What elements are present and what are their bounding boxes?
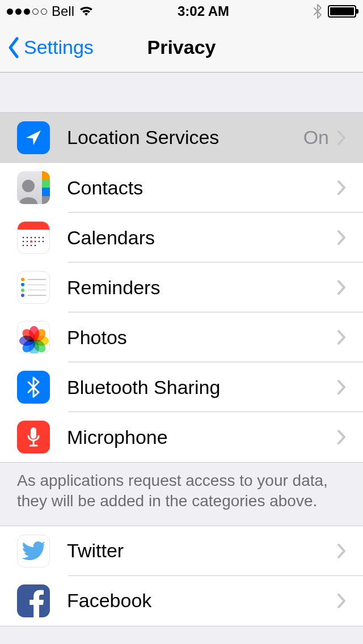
row-label: Contacts [67,177,337,199]
chevron-right-icon [337,230,346,245]
facebook-icon [17,584,50,617]
svg-rect-17 [31,427,36,439]
bluetooth-icon [17,371,50,404]
back-label: Settings [24,36,94,58]
svg-point-11 [43,241,44,243]
chevron-right-icon [337,180,346,196]
row-microphone[interactable]: Microphone [0,412,363,462]
svg-point-3 [31,237,32,239]
row-value: On [303,126,329,149]
status-right [313,4,356,19]
svg-point-12 [23,245,24,247]
row-label: Photos [67,327,337,349]
svg-point-13 [27,245,28,247]
carrier-label: Bell [52,3,74,19]
chevron-right-icon [337,429,346,445]
svg-point-4 [35,237,36,239]
microphone-icon [17,421,50,454]
back-button[interactable]: Settings [0,36,94,59]
row-contacts[interactable]: Contacts [0,163,363,213]
svg-point-6 [43,237,44,239]
status-bar: Bell 3:02 AM [0,0,363,23]
section-footer: As applications request access to your d… [0,463,363,526]
svg-point-10 [39,241,40,243]
svg-point-1 [23,237,24,239]
svg-point-0 [22,180,35,192]
row-location-services[interactable]: Location Services On [0,113,363,163]
svg-point-9 [35,241,36,243]
nav-bar: Settings Privacy [0,23,363,73]
location-icon [17,121,50,154]
svg-point-8 [27,241,28,243]
chevron-right-icon [337,279,346,295]
svg-point-2 [27,237,28,239]
row-bluetooth-sharing[interactable]: Bluetooth Sharing [0,362,363,412]
chevron-right-icon [337,543,346,559]
row-calendars[interactable]: Calendars [0,213,363,262]
svg-point-14 [31,245,32,247]
row-photos[interactable]: Photos [0,312,363,362]
row-label: Microphone [67,426,337,448]
row-label: Facebook [67,590,337,612]
twitter-icon [17,535,50,567]
chevron-right-icon [337,593,346,609]
svg-point-5 [39,237,40,239]
chevron-right-icon [337,379,346,395]
row-label: Bluetooth Sharing [67,376,337,399]
privacy-group-1: Location Services On Contacts Calendars [0,112,363,463]
row-facebook[interactable]: Facebook [0,576,363,626]
row-twitter[interactable]: Twitter [0,526,363,576]
svg-point-7 [23,241,24,243]
row-reminders[interactable]: Reminders [0,262,363,312]
row-label: Location Services [67,126,303,149]
section-spacer [0,73,363,112]
chevron-left-icon [7,36,20,59]
calendar-icon [17,221,50,254]
battery-icon [328,5,356,18]
bluetooth-status-icon [313,4,322,19]
photos-icon [17,321,50,354]
row-label: Reminders [67,277,337,299]
privacy-group-2: Twitter Facebook [0,526,363,626]
signal-strength-icon [7,9,47,15]
reminders-icon [17,271,50,304]
svg-point-15 [35,245,36,247]
wifi-icon [79,6,94,17]
chevron-right-icon [337,329,346,345]
status-left: Bell [7,3,94,19]
row-label: Calendars [67,227,337,249]
chevron-right-icon [337,130,346,146]
row-label: Twitter [67,540,337,562]
contacts-icon [17,171,50,204]
svg-point-16 [30,240,32,243]
status-time: 3:02 AM [178,3,229,19]
